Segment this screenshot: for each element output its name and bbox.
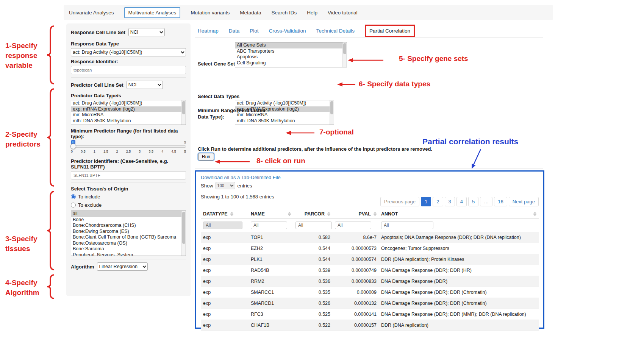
download-link[interactable]: Download All as a Tab-Delimited File xyxy=(201,175,281,180)
column-header-pval[interactable]: PVAL xyxy=(333,209,379,219)
listbox-option[interactable]: Bone:Osteosarcoma (OS) xyxy=(71,240,186,247)
pagination-page[interactable]: 5 xyxy=(468,197,478,206)
filter-input-parcor[interactable] xyxy=(295,222,332,229)
listbox-option[interactable]: Bone xyxy=(71,217,186,223)
listbox-option[interactable]: Peripheral_Nervous_System xyxy=(71,252,186,256)
run-button[interactable]: Run xyxy=(198,153,214,161)
filter-input-annot[interactable] xyxy=(381,222,433,229)
scrollbar-thumb[interactable] xyxy=(182,212,185,244)
bracket-icon xyxy=(45,25,55,85)
pagination-page[interactable]: 2 xyxy=(433,197,443,206)
scrollbar[interactable] xyxy=(181,100,186,125)
nav-item[interactable]: Univariate Analyses xyxy=(69,10,114,16)
listbox-option[interactable]: exp: mRNA Expression (log2) xyxy=(71,106,186,112)
gene-sets-listbox[interactable]: All Gene SetsABC TransportersApoptosisCe… xyxy=(235,42,347,67)
show-entries-select[interactable]: 100 xyxy=(216,182,235,189)
red-arrow-icon xyxy=(347,57,385,64)
sort-icon[interactable] xyxy=(288,212,291,216)
include-radio[interactable] xyxy=(71,194,76,199)
pagination-page[interactable]: 3 xyxy=(445,197,455,206)
cell-datatype: exp xyxy=(201,232,249,243)
scrollbar[interactable] xyxy=(181,211,186,256)
listbox-option[interactable]: Cell Signaling xyxy=(235,60,347,66)
exclude-radio[interactable] xyxy=(71,203,76,208)
listbox-option[interactable]: act: Drug Activity (-log10[IC50M]) xyxy=(235,100,334,106)
tab[interactable]: Cross-Validation xyxy=(269,28,306,34)
tissue-exclude-option[interactable]: To exclude xyxy=(71,201,186,208)
cell-pval: 0.0000141 xyxy=(333,309,379,320)
pagination-page[interactable]: 16 xyxy=(494,197,507,206)
run-instructions: Click Run to determine additional predic… xyxy=(198,146,505,152)
filter-input-datatype[interactable] xyxy=(203,222,242,229)
filter-input-name[interactable] xyxy=(251,222,287,229)
tab[interactable]: Partial Correlation xyxy=(365,25,415,37)
listbox-option[interactable]: Bone:Chondrosarcoma (CHS) xyxy=(71,223,186,229)
cell-annot: DNA Damage Response (DDR); DDR (Chromati… xyxy=(379,287,539,298)
cell-pval: 0.00000573 xyxy=(333,243,379,254)
pagination-page[interactable]: 1 xyxy=(421,197,431,206)
listbox-option[interactable]: Apoptosis xyxy=(235,54,347,60)
column-header-name[interactable]: NAME xyxy=(249,209,293,219)
scrollbar-thumb[interactable] xyxy=(182,101,185,114)
listbox-option[interactable]: Bone:Giant Cell Tumor of Bone (GCTB) Sar… xyxy=(71,234,186,240)
scrollbar[interactable] xyxy=(342,42,347,67)
tissue-include-option[interactable]: To include xyxy=(71,193,186,200)
sort-icon[interactable] xyxy=(533,212,536,216)
slider-tick: 1 xyxy=(94,150,95,153)
response-identifier-label: Response Identifier: xyxy=(71,59,186,64)
scrollbar-thumb[interactable] xyxy=(330,101,333,114)
scrollbar-thumb[interactable] xyxy=(343,43,346,54)
cell-parcor: 0.582 xyxy=(293,232,333,243)
sort-icon[interactable] xyxy=(374,212,377,216)
tab[interactable]: Heatmap xyxy=(198,28,219,34)
column-header-parcor[interactable]: PARCOR xyxy=(293,209,333,219)
filter-input-pval[interactable] xyxy=(335,222,371,229)
slider-tick: 3.5 xyxy=(148,150,153,153)
sort-icon[interactable] xyxy=(230,212,233,216)
pagination-next[interactable]: Next page xyxy=(509,197,539,206)
predictor-identifiers-input[interactable] xyxy=(71,171,186,179)
response-cell-line-set-select[interactable]: NCI xyxy=(128,28,165,36)
nav-item[interactable]: Video tutorial xyxy=(328,10,358,16)
listbox-option[interactable]: act: Drug Activity (-log10[IC50M]) xyxy=(71,100,186,106)
results-annotation-label: Partial correlation results xyxy=(422,137,518,146)
response-identifier-input[interactable] xyxy=(71,66,186,74)
slider-tick: 2 xyxy=(116,150,118,153)
listbox-option[interactable]: all xyxy=(71,211,186,217)
pagination-page[interactable]: … xyxy=(480,197,492,206)
tissues-listbox[interactable]: allBoneBone:Chondrosarcoma (CHS)Bone:Ewi… xyxy=(71,211,186,256)
cell-pval: 0.000009 xyxy=(333,287,379,298)
sort-icon[interactable] xyxy=(327,212,330,216)
column-header-datatype[interactable]: DATATYPE xyxy=(201,209,249,219)
nav-item[interactable]: Mutation variants xyxy=(191,10,230,16)
listbox-option[interactable]: mir: MicroRNA xyxy=(71,112,186,118)
min-range-label: Minimum Range (First Listed Data Type): xyxy=(198,107,277,120)
scrollbar[interactable] xyxy=(330,100,334,125)
slider-tick: 3 xyxy=(139,150,141,153)
pagination-page[interactable]: 4 xyxy=(456,197,467,206)
predictor-data-types-listbox[interactable]: act: Drug Activity (-log10[IC50M])exp: m… xyxy=(71,100,186,125)
nav-item[interactable]: Multivariate Analyses xyxy=(124,7,181,18)
nav-item[interactable]: Metadata xyxy=(240,10,261,16)
tab[interactable]: Data xyxy=(229,28,240,34)
tissues-label: Select Tissue/s of Origin xyxy=(71,186,186,192)
nav-item[interactable]: Help xyxy=(307,10,317,16)
listbox-option[interactable]: Bone:Ewing Sarcoma (ES) xyxy=(71,229,186,235)
cell-parcor: 0.539 xyxy=(293,265,333,276)
predictor-cell-line-set-select[interactable]: NCI xyxy=(127,81,163,89)
nav-item[interactable]: Search IDs xyxy=(271,10,297,16)
slider-track[interactable] xyxy=(71,145,186,148)
cell-pval: 0.0000157 xyxy=(333,320,379,331)
column-header-annot[interactable]: ANNOT xyxy=(379,209,539,219)
listbox-option[interactable]: mth: DNA 850K Methylation xyxy=(71,118,186,124)
listbox-option[interactable]: All Gene Sets xyxy=(235,42,347,48)
tab[interactable]: Technical Details xyxy=(316,28,355,34)
response-data-type-select[interactable]: act: Drug Activity (-log10[IC50M]) xyxy=(71,48,186,56)
algorithm-select[interactable]: Linear Regression xyxy=(97,262,148,271)
tab[interactable]: Plot xyxy=(250,28,258,34)
pagination-previous[interactable]: Previous page xyxy=(380,197,419,206)
listbox-option[interactable]: ABC Transporters xyxy=(235,48,347,55)
slider-handle[interactable] xyxy=(70,144,76,149)
listbox-option[interactable]: Bone:Sarcoma xyxy=(71,246,186,252)
min-predictor-range-slider[interactable]: 0 5 00.511.522.533.544.55 xyxy=(71,140,186,155)
